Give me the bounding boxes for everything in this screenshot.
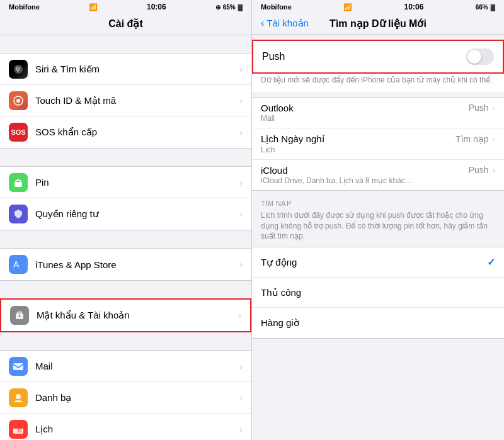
right-content: Push Dữ liệu mới sẽ được đẩy đến iPhone … <box>252 35 504 440</box>
touchid-icon <box>9 91 28 110</box>
sos-arrow: › <box>239 127 243 137</box>
right-time: 10:06 <box>404 3 424 11</box>
list-group-3: A iTunes & App Store › <box>0 248 251 281</box>
privacy-arrow: › <box>239 209 243 219</box>
push-description: Dữ liệu mới sẽ được đẩy đến iPhone của b… <box>252 74 504 92</box>
right-battery-percent: 66% <box>476 4 488 11</box>
right-wifi-icon: 📶 <box>343 3 352 11</box>
list-item-appstore[interactable]: A iTunes & App Store › <box>0 249 251 280</box>
appstore-icon: A <box>9 255 28 274</box>
appstore-arrow: › <box>239 259 243 269</box>
location-icon: ⊕ <box>215 4 220 11</box>
right-status-bar: Mobifone 📶 10:06 66% ▓ <box>252 0 504 14</box>
left-nav-bar: Cài đặt <box>0 14 251 35</box>
fetch-auto-item[interactable]: Tự động ✓ <box>252 247 504 278</box>
accounts-list: Outlook Push › Mail Lịch Ngày nghỉ Tìm n… <box>252 97 504 191</box>
fetch-manual-label: Thủ công <box>261 287 495 298</box>
list-group-1: 🎙 Siri & Tìm kiếm › Touch ID & Mật mã › … <box>0 53 251 149</box>
list-item-contacts[interactable]: Danh bạ › <box>0 382 251 414</box>
fetch-auto-checkmark: ✓ <box>487 256 495 268</box>
fetch-manual-item[interactable]: Thủ công <box>252 278 504 308</box>
calendar-holiday-item[interactable]: Lịch Ngày nghỉ Tìm nạp › Lịch <box>252 128 504 160</box>
back-button[interactable]: ‹ Tài khoản <box>261 18 309 29</box>
right-page-title: Tìm nạp Dữ liệu Mới <box>329 18 427 30</box>
list-item-account[interactable]: Mật khẩu & Tài khoản › <box>1 300 250 331</box>
section-gap-5 <box>0 332 251 350</box>
appstore-label: iTunes & App Store <box>35 259 239 270</box>
svg-point-10 <box>16 394 21 399</box>
list-item-calendar[interactable]: 31 Lịch › <box>0 414 251 440</box>
left-panel: Mobifone 📶 10:06 ⊕ 65% ▓ Cài đặt 🎙 Siri … <box>0 0 252 440</box>
battery-percent: 65% <box>223 4 236 11</box>
svg-rect-5 <box>16 180 21 183</box>
outlook-sub: Mail <box>261 114 495 123</box>
contacts-icon <box>9 388 28 407</box>
list-group-4: Mật khẩu & Tài khoản › <box>0 298 251 332</box>
mail-label: Mail <box>35 361 239 371</box>
siri-icon: 🎙 <box>9 60 28 79</box>
list-item-mail[interactable]: Mail › <box>0 351 251 382</box>
battery-icon: ▓ <box>238 4 243 11</box>
fetch-hourly-label: Hàng giờ <box>261 317 495 329</box>
section-gap-2 <box>0 149 251 166</box>
calendar-icon: 31 <box>9 420 28 439</box>
outlook-title: Outlook <box>261 103 469 113</box>
icloud-value: Push <box>469 165 489 175</box>
svg-point-3 <box>16 99 20 103</box>
contacts-arrow: › <box>239 393 243 403</box>
pin-label: Pin <box>35 177 239 188</box>
left-carrier: Mobifone <box>9 3 40 11</box>
accounts-gap <box>252 92 504 97</box>
right-carrier: Mobifone <box>261 3 292 11</box>
contacts-label: Danh bạ <box>35 392 239 403</box>
svg-rect-9 <box>13 363 23 370</box>
left-time: 10:06 <box>147 3 166 11</box>
push-section: Push <box>252 40 504 74</box>
account-arrow: › <box>238 310 241 320</box>
calendar-holiday-sub: Lịch <box>261 145 495 154</box>
account-label: Mật khẩu & Tài khoản <box>37 310 238 321</box>
svg-point-8 <box>19 315 21 317</box>
back-label: Tài khoản <box>266 18 309 29</box>
icloud-sub: iCloud Drive, Danh bạ, Lịch và 8 mục khá… <box>261 176 495 185</box>
fetch-options-list: Tự động ✓ Thủ công Hàng giờ <box>252 247 504 339</box>
outlook-arrow: › <box>493 103 495 113</box>
calendar-holiday-title: Lịch Ngày nghỉ <box>261 133 455 145</box>
list-item-privacy[interactable]: Quyền riêng tư › <box>0 198 251 230</box>
pin-arrow: › <box>239 178 243 188</box>
list-item-siri[interactable]: 🎙 Siri & Tìm kiếm › <box>0 54 251 85</box>
list-item-pin[interactable]: Pin › <box>0 167 251 198</box>
fetch-hourly-item[interactable]: Hàng giờ <box>252 308 504 338</box>
icloud-item[interactable]: iCloud Push › iCloud Drive, Danh bạ, Lịc… <box>252 160 504 190</box>
pin-icon <box>9 173 28 192</box>
mail-icon <box>9 357 28 376</box>
outlook-value: Push <box>469 103 489 113</box>
touchid-label: Touch ID & Mật mã <box>35 95 239 106</box>
list-item-touchid[interactable]: Touch ID & Mật mã › <box>0 85 251 116</box>
section-gap-4 <box>0 281 251 298</box>
back-chevron-icon: ‹ <box>261 18 264 29</box>
svg-text:A: A <box>13 259 20 269</box>
outlook-item[interactable]: Outlook Push › Mail <box>252 98 504 128</box>
right-battery: 66% ▓ <box>476 4 495 11</box>
siri-label: Siri & Tìm kiếm <box>35 64 239 75</box>
list-item-sos[interactable]: SOS SOS khẩn cấp › <box>0 116 251 148</box>
left-wifi-icon: 📶 <box>89 3 98 11</box>
right-nav-bar: ‹ Tài khoản Tìm nạp Dữ liệu Mới <box>252 14 504 35</box>
left-settings-list: 🎙 Siri & Tìm kiếm › Touch ID & Mật mã › … <box>0 35 251 440</box>
fetch-description: Lịch trình dưới đây được sử dụng khi pus… <box>252 210 504 247</box>
left-status-bar: Mobifone 📶 10:06 ⊕ 65% ▓ <box>0 0 251 14</box>
left-battery: ⊕ 65% ▓ <box>215 4 243 11</box>
calendar-holiday-value: Tìm nạp <box>455 134 489 144</box>
list-group-2: Pin › Quyền riêng tư › <box>0 166 251 230</box>
icloud-title: iCloud <box>261 165 469 176</box>
right-battery-icon: ▓ <box>491 4 495 11</box>
list-group-5: Mail › Danh bạ › 31 Lịch › <box>0 350 251 440</box>
push-label: Push <box>262 51 466 62</box>
push-toggle[interactable] <box>466 48 494 65</box>
privacy-icon <box>9 205 28 223</box>
fetch-section-header: TÌM NẠP <box>252 191 504 210</box>
left-title: Cài đặt <box>108 18 142 29</box>
section-gap-1 <box>0 35 251 53</box>
sos-icon: SOS <box>9 123 28 142</box>
